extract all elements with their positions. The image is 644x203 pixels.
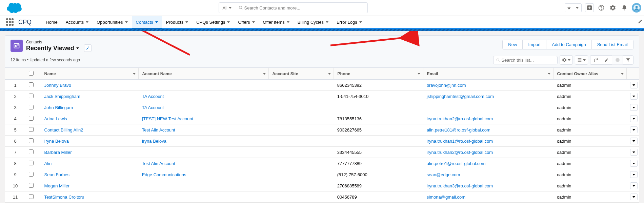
row-checkbox[interactable] — [29, 116, 34, 121]
row-actions-button[interactable] — [630, 182, 638, 189]
row-checkbox[interactable] — [29, 149, 34, 154]
row-checkbox[interactable] — [29, 183, 34, 188]
row-checkbox[interactable] — [29, 172, 34, 177]
row-actions-button[interactable] — [630, 171, 638, 178]
contact-link[interactable]: Alin — [44, 161, 52, 166]
import-button[interactable]: Import — [523, 40, 546, 49]
pin-list-button[interactable] — [84, 44, 92, 52]
row-select-cell[interactable] — [25, 136, 41, 147]
email-link[interactable]: alin.petre181@ro.osf-global.com — [427, 127, 490, 133]
col-site[interactable]: Account Site — [269, 68, 334, 80]
nav-tab-billing-cycles[interactable]: Billing Cycles — [294, 16, 333, 28]
row-select-cell[interactable] — [25, 113, 41, 124]
setup-gear-icon[interactable] — [609, 4, 617, 12]
account-link[interactable]: Test Alin Account — [142, 127, 175, 133]
row-checkbox[interactable] — [29, 94, 34, 98]
row-actions-button[interactable] — [630, 115, 638, 122]
chevron-down-icon[interactable] — [86, 21, 88, 23]
email-link[interactable]: bravojohn@jhn.com — [427, 83, 466, 88]
nav-tab-products[interactable]: Products — [162, 16, 192, 28]
row-actions-button[interactable] — [630, 126, 638, 133]
chevron-down-icon[interactable] — [185, 21, 188, 23]
inline-edit-button[interactable] — [601, 55, 612, 65]
row-checkbox[interactable] — [29, 161, 34, 165]
global-add-button[interactable] — [585, 3, 594, 12]
col-account[interactable]: Account Name — [139, 68, 269, 80]
chevron-down-icon[interactable] — [359, 21, 362, 23]
row-select-cell[interactable] — [25, 147, 41, 158]
row-actions-button[interactable] — [630, 194, 638, 200]
list-view-switcher-icon[interactable] — [76, 47, 79, 49]
row-select-cell[interactable] — [25, 80, 41, 91]
nav-tab-offers[interactable]: Offers — [234, 16, 259, 28]
email-link[interactable]: simona@gmail.com — [427, 195, 465, 200]
row-select-cell[interactable] — [25, 169, 41, 180]
email-link[interactable]: sean@edge.com — [427, 172, 460, 177]
search-scope-dropdown[interactable]: All — [219, 3, 235, 13]
nav-tab-contacts[interactable]: Contacts — [132, 16, 162, 29]
account-link[interactable]: Test Alin Account — [142, 161, 175, 166]
email-link[interactable]: iryna.trukhan2@ro.osf-global.com — [427, 116, 493, 121]
send-list-email-button[interactable]: Send List Email — [592, 40, 633, 49]
row-actions-button[interactable] — [630, 93, 638, 100]
notifications-bell-icon[interactable] — [620, 4, 628, 12]
col-select-all[interactable] — [25, 68, 41, 80]
chevron-down-icon[interactable] — [573, 4, 581, 12]
contact-link[interactable]: Contact Billing Alin2 — [44, 127, 83, 133]
nav-tab-error-logs[interactable]: Error Logs — [333, 16, 366, 28]
col-phone[interactable]: Phone — [334, 68, 423, 80]
list-search[interactable] — [493, 56, 558, 64]
row-actions-button[interactable] — [630, 149, 638, 156]
row-select-cell[interactable] — [25, 158, 41, 169]
chevron-down-icon[interactable] — [252, 21, 255, 23]
nav-tab-home[interactable]: Home — [42, 16, 62, 28]
new-button[interactable]: New — [503, 40, 523, 49]
contact-link[interactable]: Megan Miller — [44, 183, 69, 188]
user-avatar[interactable] — [632, 3, 641, 13]
chevron-down-icon[interactable] — [125, 21, 128, 23]
chevron-down-icon[interactable] — [326, 21, 328, 23]
row-checkbox[interactable] — [29, 105, 34, 109]
salesforce-logo[interactable] — [7, 3, 22, 13]
select-all-checkbox[interactable] — [29, 71, 34, 76]
account-link[interactable]: TA Account — [142, 105, 164, 110]
account-link[interactable]: TA Account — [142, 94, 164, 99]
email-link[interactable]: iryna.trukhan1@ro.osf-global.com — [427, 139, 493, 144]
row-actions-button[interactable] — [630, 104, 638, 111]
row-actions-button[interactable] — [630, 160, 638, 167]
chevron-down-icon[interactable] — [227, 21, 230, 23]
contact-link[interactable]: John Billingam — [44, 105, 73, 110]
account-link[interactable]: Edge Communications — [142, 172, 186, 177]
filter-button[interactable] — [623, 55, 633, 65]
contact-link[interactable]: Jack Shippingham — [44, 94, 80, 99]
favorites-control[interactable]: ★ — [565, 3, 582, 12]
row-select-cell[interactable] — [25, 180, 41, 191]
chart-button[interactable] — [612, 55, 623, 65]
account-link[interactable]: Iryna Belova — [142, 139, 166, 144]
help-icon[interactable] — [597, 4, 605, 12]
row-checkbox[interactable] — [29, 138, 34, 143]
refresh-button[interactable] — [590, 55, 601, 65]
email-link[interactable]: iryna.trukhan2@ro.osf-global.com — [427, 150, 493, 155]
row-select-cell[interactable] — [25, 102, 41, 113]
col-name[interactable]: Name — [41, 68, 139, 80]
account-link[interactable]: [TEST] NEW Test Account — [142, 116, 193, 121]
list-search-input[interactable] — [501, 58, 555, 63]
row-checkbox[interactable] — [29, 127, 34, 132]
contact-link[interactable]: Iryna Belova — [44, 139, 69, 144]
nav-tab-offer-items[interactable]: Offer Items — [259, 16, 294, 28]
row-select-cell[interactable] — [25, 191, 41, 203]
row-checkbox[interactable] — [29, 82, 34, 87]
col-email[interactable]: Email — [423, 68, 554, 80]
add-to-campaign-button[interactable]: Add to Campaign — [546, 40, 591, 49]
contact-link[interactable]: TestSimona Croitoru — [44, 195, 84, 200]
row-select-cell[interactable] — [25, 91, 41, 102]
row-actions-button[interactable] — [630, 138, 638, 144]
app-launcher-icon[interactable] — [6, 18, 14, 26]
nav-tab-opportunities[interactable]: Opportunities — [93, 16, 132, 28]
edit-nav-icon[interactable] — [638, 19, 643, 25]
star-icon[interactable]: ★ — [565, 4, 573, 12]
row-select-cell[interactable] — [25, 124, 41, 136]
chevron-down-icon[interactable] — [155, 21, 158, 23]
contact-link[interactable]: Sean Forbes — [44, 172, 69, 177]
